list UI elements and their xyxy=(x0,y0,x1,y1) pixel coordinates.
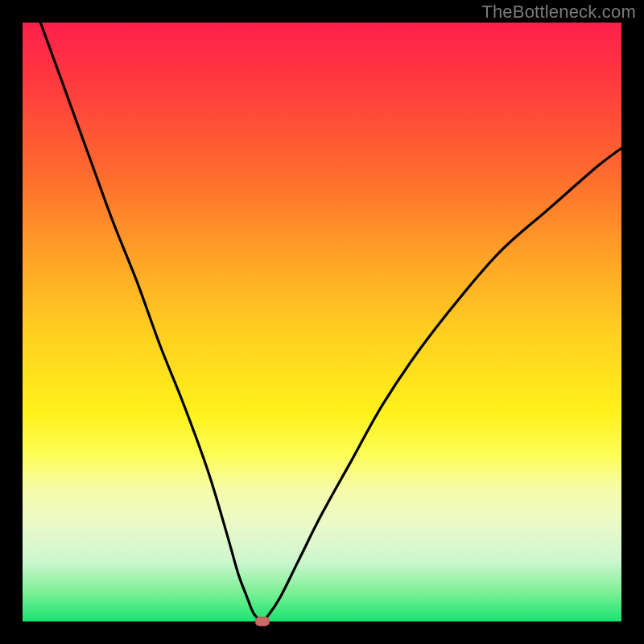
curve-svg xyxy=(23,23,621,621)
min-point-marker xyxy=(255,617,270,626)
plot-area xyxy=(23,23,621,621)
chart-frame: TheBottleneck.com xyxy=(0,0,644,644)
watermark-text: TheBottleneck.com xyxy=(481,2,636,23)
bottleneck-curve-path xyxy=(40,23,621,621)
